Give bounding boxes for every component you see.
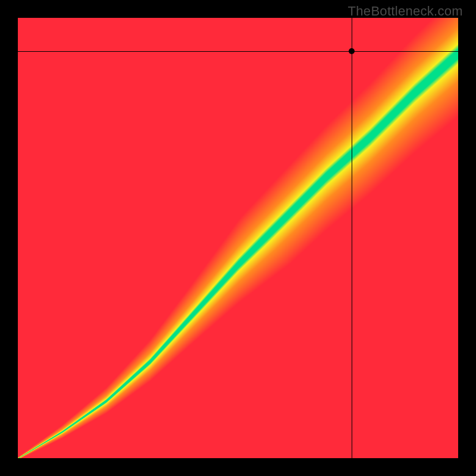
watermark-text: TheBottleneck.com (348, 4, 463, 19)
chart-stage: TheBottleneck.com (0, 0, 476, 476)
crosshair-vertical-line (352, 18, 352, 458)
heatmap-canvas (18, 18, 458, 458)
crosshair-horizontal-line (18, 51, 458, 52)
crosshair-marker-dot (349, 48, 355, 54)
heatmap-plot-area (18, 18, 458, 458)
